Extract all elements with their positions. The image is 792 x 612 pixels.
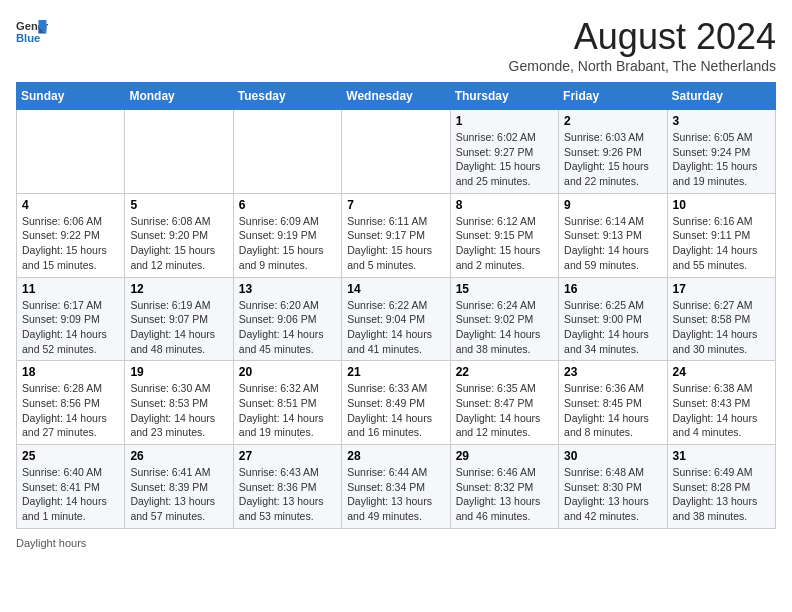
calendar-week-row: 18Sunrise: 6:28 AMSunset: 8:56 PMDayligh…: [17, 361, 776, 445]
day-info: Sunrise: 6:22 AMSunset: 9:04 PMDaylight:…: [347, 298, 444, 357]
calendar-cell: 26Sunrise: 6:41 AMSunset: 8:39 PMDayligh…: [125, 445, 233, 529]
calendar-cell: 24Sunrise: 6:38 AMSunset: 8:43 PMDayligh…: [667, 361, 775, 445]
calendar-cell: 1Sunrise: 6:02 AMSunset: 9:27 PMDaylight…: [450, 110, 558, 194]
calendar-cell: 29Sunrise: 6:46 AMSunset: 8:32 PMDayligh…: [450, 445, 558, 529]
day-number: 16: [564, 282, 661, 296]
day-number: 20: [239, 365, 336, 379]
day-number: 21: [347, 365, 444, 379]
day-info: Sunrise: 6:49 AMSunset: 8:28 PMDaylight:…: [673, 465, 770, 524]
weekday-header-row: SundayMondayTuesdayWednesdayThursdayFrid…: [17, 83, 776, 110]
location-subtitle: Gemonde, North Brabant, The Netherlands: [509, 58, 776, 74]
weekday-header-thursday: Thursday: [450, 83, 558, 110]
calendar-cell: [233, 110, 341, 194]
day-info: Sunrise: 6:30 AMSunset: 8:53 PMDaylight:…: [130, 381, 227, 440]
footer-text: Daylight hours: [16, 537, 86, 549]
day-info: Sunrise: 6:32 AMSunset: 8:51 PMDaylight:…: [239, 381, 336, 440]
day-number: 6: [239, 198, 336, 212]
calendar-cell: 14Sunrise: 6:22 AMSunset: 9:04 PMDayligh…: [342, 277, 450, 361]
footer: Daylight hours: [16, 537, 776, 549]
calendar-week-row: 4Sunrise: 6:06 AMSunset: 9:22 PMDaylight…: [17, 193, 776, 277]
calendar-cell: 28Sunrise: 6:44 AMSunset: 8:34 PMDayligh…: [342, 445, 450, 529]
day-info: Sunrise: 6:09 AMSunset: 9:19 PMDaylight:…: [239, 214, 336, 273]
calendar-cell: 13Sunrise: 6:20 AMSunset: 9:06 PMDayligh…: [233, 277, 341, 361]
title-area: August 2024 Gemonde, North Brabant, The …: [509, 16, 776, 74]
day-info: Sunrise: 6:24 AMSunset: 9:02 PMDaylight:…: [456, 298, 553, 357]
day-number: 10: [673, 198, 770, 212]
day-number: 9: [564, 198, 661, 212]
day-info: Sunrise: 6:05 AMSunset: 9:24 PMDaylight:…: [673, 130, 770, 189]
calendar-cell: 2Sunrise: 6:03 AMSunset: 9:26 PMDaylight…: [559, 110, 667, 194]
day-info: Sunrise: 6:17 AMSunset: 9:09 PMDaylight:…: [22, 298, 119, 357]
calendar-cell: 12Sunrise: 6:19 AMSunset: 9:07 PMDayligh…: [125, 277, 233, 361]
calendar-cell: 27Sunrise: 6:43 AMSunset: 8:36 PMDayligh…: [233, 445, 341, 529]
calendar-cell: 18Sunrise: 6:28 AMSunset: 8:56 PMDayligh…: [17, 361, 125, 445]
day-info: Sunrise: 6:48 AMSunset: 8:30 PMDaylight:…: [564, 465, 661, 524]
weekday-header-sunday: Sunday: [17, 83, 125, 110]
svg-text:Blue: Blue: [16, 32, 40, 44]
day-number: 14: [347, 282, 444, 296]
calendar-cell: 16Sunrise: 6:25 AMSunset: 9:00 PMDayligh…: [559, 277, 667, 361]
calendar-cell: 31Sunrise: 6:49 AMSunset: 8:28 PMDayligh…: [667, 445, 775, 529]
day-number: 4: [22, 198, 119, 212]
day-number: 7: [347, 198, 444, 212]
day-number: 31: [673, 449, 770, 463]
day-number: 29: [456, 449, 553, 463]
day-info: Sunrise: 6:27 AMSunset: 8:58 PMDaylight:…: [673, 298, 770, 357]
calendar-cell: 30Sunrise: 6:48 AMSunset: 8:30 PMDayligh…: [559, 445, 667, 529]
calendar-cell: 4Sunrise: 6:06 AMSunset: 9:22 PMDaylight…: [17, 193, 125, 277]
day-number: 19: [130, 365, 227, 379]
calendar-cell: 3Sunrise: 6:05 AMSunset: 9:24 PMDaylight…: [667, 110, 775, 194]
calendar-cell: 15Sunrise: 6:24 AMSunset: 9:02 PMDayligh…: [450, 277, 558, 361]
calendar-cell: 23Sunrise: 6:36 AMSunset: 8:45 PMDayligh…: [559, 361, 667, 445]
calendar-cell: 20Sunrise: 6:32 AMSunset: 8:51 PMDayligh…: [233, 361, 341, 445]
day-info: Sunrise: 6:12 AMSunset: 9:15 PMDaylight:…: [456, 214, 553, 273]
day-info: Sunrise: 6:46 AMSunset: 8:32 PMDaylight:…: [456, 465, 553, 524]
calendar-week-row: 11Sunrise: 6:17 AMSunset: 9:09 PMDayligh…: [17, 277, 776, 361]
calendar-cell: [125, 110, 233, 194]
calendar-cell: [17, 110, 125, 194]
weekday-header-saturday: Saturday: [667, 83, 775, 110]
day-info: Sunrise: 6:40 AMSunset: 8:41 PMDaylight:…: [22, 465, 119, 524]
day-info: Sunrise: 6:35 AMSunset: 8:47 PMDaylight:…: [456, 381, 553, 440]
calendar-week-row: 25Sunrise: 6:40 AMSunset: 8:41 PMDayligh…: [17, 445, 776, 529]
day-number: 5: [130, 198, 227, 212]
calendar-cell: 22Sunrise: 6:35 AMSunset: 8:47 PMDayligh…: [450, 361, 558, 445]
day-info: Sunrise: 6:44 AMSunset: 8:34 PMDaylight:…: [347, 465, 444, 524]
day-info: Sunrise: 6:36 AMSunset: 8:45 PMDaylight:…: [564, 381, 661, 440]
day-number: 26: [130, 449, 227, 463]
calendar-cell: 6Sunrise: 6:09 AMSunset: 9:19 PMDaylight…: [233, 193, 341, 277]
day-info: Sunrise: 6:16 AMSunset: 9:11 PMDaylight:…: [673, 214, 770, 273]
calendar-cell: 8Sunrise: 6:12 AMSunset: 9:15 PMDaylight…: [450, 193, 558, 277]
calendar-cell: 19Sunrise: 6:30 AMSunset: 8:53 PMDayligh…: [125, 361, 233, 445]
logo-icon: General Blue: [16, 16, 48, 48]
calendar-cell: 10Sunrise: 6:16 AMSunset: 9:11 PMDayligh…: [667, 193, 775, 277]
day-number: 25: [22, 449, 119, 463]
calendar-cell: 21Sunrise: 6:33 AMSunset: 8:49 PMDayligh…: [342, 361, 450, 445]
day-info: Sunrise: 6:20 AMSunset: 9:06 PMDaylight:…: [239, 298, 336, 357]
calendar-cell: 17Sunrise: 6:27 AMSunset: 8:58 PMDayligh…: [667, 277, 775, 361]
logo: General Blue: [16, 16, 48, 48]
day-info: Sunrise: 6:19 AMSunset: 9:07 PMDaylight:…: [130, 298, 227, 357]
day-number: 13: [239, 282, 336, 296]
day-number: 3: [673, 114, 770, 128]
calendar-cell: 5Sunrise: 6:08 AMSunset: 9:20 PMDaylight…: [125, 193, 233, 277]
day-number: 2: [564, 114, 661, 128]
month-year-title: August 2024: [509, 16, 776, 58]
day-number: 15: [456, 282, 553, 296]
weekday-header-tuesday: Tuesday: [233, 83, 341, 110]
day-number: 12: [130, 282, 227, 296]
day-info: Sunrise: 6:33 AMSunset: 8:49 PMDaylight:…: [347, 381, 444, 440]
day-info: Sunrise: 6:08 AMSunset: 9:20 PMDaylight:…: [130, 214, 227, 273]
day-number: 27: [239, 449, 336, 463]
day-number: 1: [456, 114, 553, 128]
page-header: General Blue August 2024 Gemonde, North …: [16, 16, 776, 74]
calendar-table: SundayMondayTuesdayWednesdayThursdayFrid…: [16, 82, 776, 529]
weekday-header-friday: Friday: [559, 83, 667, 110]
day-number: 11: [22, 282, 119, 296]
day-info: Sunrise: 6:02 AMSunset: 9:27 PMDaylight:…: [456, 130, 553, 189]
day-info: Sunrise: 6:03 AMSunset: 9:26 PMDaylight:…: [564, 130, 661, 189]
day-info: Sunrise: 6:28 AMSunset: 8:56 PMDaylight:…: [22, 381, 119, 440]
day-info: Sunrise: 6:06 AMSunset: 9:22 PMDaylight:…: [22, 214, 119, 273]
weekday-header-wednesday: Wednesday: [342, 83, 450, 110]
day-number: 17: [673, 282, 770, 296]
